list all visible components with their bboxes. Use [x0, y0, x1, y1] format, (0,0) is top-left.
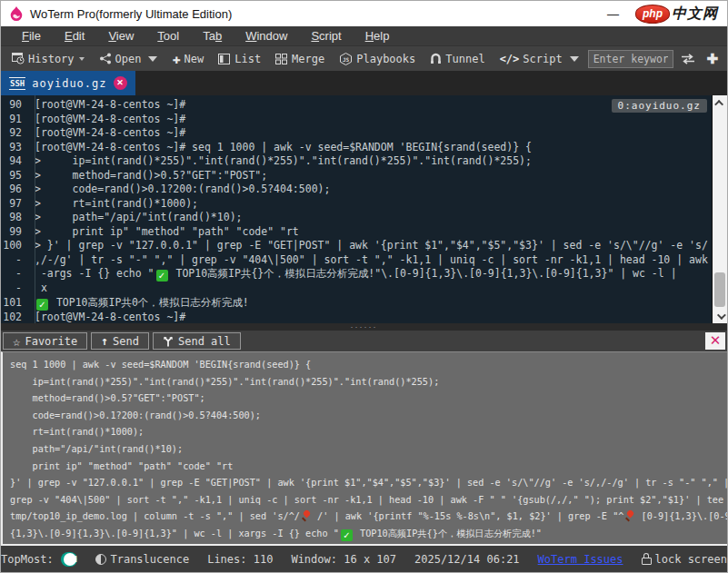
vertical-scrollbar[interactable]: [712, 95, 727, 323]
session-badge: 0:aoyiduo.gz: [612, 99, 707, 113]
tunnel-label: Tunnel: [445, 53, 484, 65]
panel-line: seq 1 1000 | awk -v seed=$RANDOM 'BEGIN{…: [10, 357, 725, 374]
send-all-icon: [163, 336, 174, 347]
minimize-button[interactable]: —: [591, 7, 635, 21]
command-editor[interactable]: seq 1 1000 | awk -v seed=$RANDOM 'BEGIN{…: [1, 351, 727, 546]
panel-lines: seq 1 1000 | awk -v seed=$RANDOM 'BEGIN{…: [3, 352, 727, 543]
scroll-down-icon[interactable]: [713, 309, 727, 323]
terminal-line: 99> print ip" "method" "path" "code" "rt: [1, 225, 727, 240]
line-number: 97: [1, 197, 29, 212]
line-text: > rt=int(rand()*1000);: [29, 197, 198, 212]
open-button[interactable]: Open: [94, 51, 164, 67]
menu-view[interactable]: View: [96, 27, 145, 44]
script-button[interactable]: </> Script: [494, 51, 584, 67]
translucence-icon: [95, 554, 106, 565]
merge-button[interactable]: Merge: [270, 51, 330, 67]
history-label: History: [28, 53, 75, 65]
menu-tool[interactable]: Tool: [145, 27, 191, 44]
list-label: List: [234, 53, 261, 65]
panel-line: rt=int(rand()*1000);: [10, 424, 725, 441]
swap-arrows-icon: [681, 54, 695, 64]
plus-icon: ✚: [172, 54, 180, 64]
app-logo-icon: [8, 5, 25, 22]
line-text: -args -I {} echo "✓ TOP10高频IP共{}个，模拟日志分析…: [29, 267, 677, 282]
tab-close-icon[interactable]: ✕: [114, 76, 127, 90]
translucence-button[interactable]: Translucence: [95, 553, 189, 566]
favorite-label: Favorite: [25, 335, 77, 348]
line-text: [root@VM-24-8-centos ~]#: [29, 126, 185, 141]
line-number: 98: [1, 211, 29, 225]
line-number: 101: [1, 296, 29, 311]
terminal-line: 101✓ TOP10高频IP共0个，模拟日志分析完成!: [1, 296, 727, 311]
terminal-line: 98> path="/api/"int(rand()*10);: [1, 211, 727, 225]
tunnel-icon: [430, 53, 442, 64]
list-button[interactable]: List: [213, 51, 266, 67]
open-label: Open: [115, 53, 142, 65]
line-number: 94: [1, 154, 29, 169]
terminal-line: -,/-/g' | tr -s "-" "," | grep -v "404\|…: [1, 253, 727, 268]
send-button[interactable]: ↑ Send: [91, 332, 149, 350]
tunnel-button[interactable]: Tunnel: [424, 51, 490, 67]
pushpin-icon: [624, 510, 634, 521]
terminal-lines: 90[root@VM-24-8-centos ~]#91[root@VM-24-…: [1, 95, 727, 323]
menu-window[interactable]: Window: [234, 27, 299, 44]
js-playbook-icon: JS: [339, 53, 353, 65]
panel-line: path="/api/"int(rand()*10);: [10, 441, 725, 459]
menu-tab[interactable]: Tab: [191, 27, 234, 44]
line-number: -: [1, 253, 29, 268]
datetime-indicator: 2025/12/14 06:21: [414, 553, 520, 566]
panel-line: }' | grep -v "127.0.0.1" | grep -E "GET|…: [10, 475, 725, 492]
pane-splitter[interactable]: ······: [1, 323, 727, 331]
panel-line: tmp/top10_ip_demo.log | column -t -s ","…: [10, 509, 725, 526]
woterm-issues-link[interactable]: WoTerm Issues: [538, 553, 623, 566]
php-logo-icon: php: [635, 5, 670, 24]
playbooks-label: Playbooks: [356, 53, 415, 65]
menu-edit[interactable]: Edit: [53, 27, 96, 44]
swap-button[interactable]: [677, 52, 699, 66]
terminal-line: - x: [1, 282, 727, 296]
panel-line: grep -v "404\|500" | sort -t "," -k1,1 |…: [10, 492, 725, 509]
line-text: x: [29, 282, 47, 296]
send-arrow-icon: ↑: [101, 336, 108, 347]
add-button[interactable]: ✚: [703, 53, 722, 65]
send-label: Send: [113, 335, 139, 348]
terminal[interactable]: 90[root@VM-24-8-centos ~]#91[root@VM-24-…: [1, 95, 727, 323]
history-caret-icon: [79, 57, 85, 61]
line-number: 100: [1, 239, 29, 253]
translucence-label: Translucence: [110, 553, 189, 566]
menu-script[interactable]: Script: [299, 27, 353, 44]
terminal-line: 92[root@VM-24-8-centos ~]#: [1, 126, 727, 141]
merge-icon: [275, 54, 288, 64]
tab-bar: SSH aoyiduo.gz ✕: [1, 71, 727, 95]
scrollbar-thumb[interactable]: [714, 272, 725, 307]
title-bar: WoTerm Pro(formerly Ultimate Edition) — …: [1, 1, 727, 26]
line-text: ,/-/g' | tr -s "-" "," | grep -v "404\|5…: [29, 253, 708, 268]
terminal-line: 95> method=rand()>0.5?"GET":"POST";: [1, 169, 727, 183]
script-label: Script: [523, 53, 562, 65]
favorite-button[interactable]: ☆ Favorite: [3, 332, 87, 350]
panel-line: method=rand()>0.5?"GET":"POST";: [10, 390, 725, 408]
scroll-up-icon[interactable]: [713, 95, 727, 110]
topmost-toggle[interactable]: ON: [61, 552, 78, 567]
line-number: -: [1, 267, 29, 282]
terminal-line: 97> rt=int(rand()*1000);: [1, 197, 727, 212]
main-toolbar: History Open ✚ New List: [1, 46, 727, 71]
menu-file[interactable]: File: [10, 27, 53, 44]
panel-close-button[interactable]: ✕: [705, 332, 725, 350]
lock-icon: [642, 558, 652, 565]
search-input[interactable]: [589, 53, 673, 65]
line-text: > method=rand()>0.5?"GET":"POST";: [29, 169, 267, 183]
history-button[interactable]: History: [6, 51, 90, 67]
tab-aoyiduo[interactable]: SSH aoyiduo.gz ✕: [1, 71, 135, 95]
panel-line: {1,3}\.[0-9]{1,3}\.[0-9]{1,3}" | wc -l |…: [10, 526, 725, 543]
send-all-label: Send all: [178, 335, 231, 348]
menu-help[interactable]: Help: [354, 27, 402, 44]
line-number: 92: [1, 126, 29, 141]
send-all-button[interactable]: Send all: [153, 332, 241, 350]
playbooks-button[interactable]: JS Playbooks: [334, 51, 421, 67]
new-button[interactable]: ✚ New: [166, 51, 209, 67]
line-text: > print ip" "method" "path" "code" "rt: [29, 225, 299, 240]
open-caret-icon: [148, 56, 157, 62]
tab-label: aoyiduo.gz: [32, 77, 106, 90]
lock-screen-button[interactable]: lock screen: [642, 553, 727, 566]
